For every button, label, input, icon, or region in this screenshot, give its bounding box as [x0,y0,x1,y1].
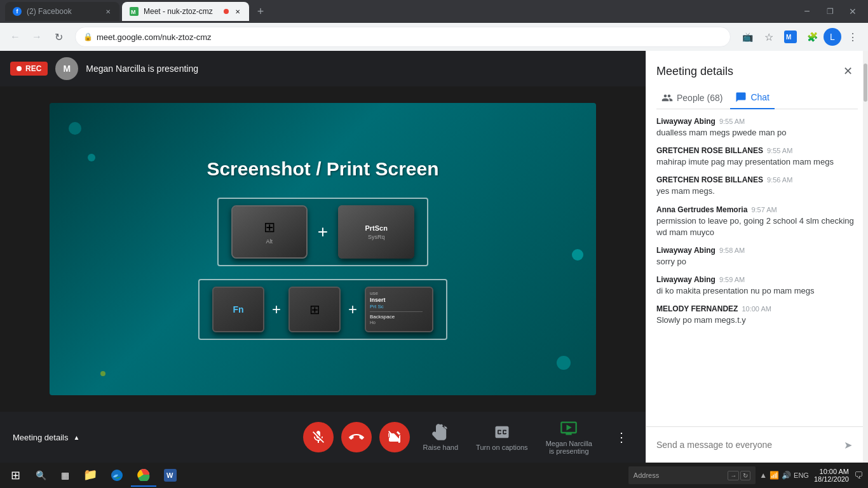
bookmark-button[interactable]: ☆ [759,27,779,47]
taskbar-address-input[interactable] [661,471,725,479]
send-button[interactable]: ➤ [837,435,858,455]
search-button[interactable]: 🔍 [29,464,52,487]
prtscn-key: PrtScn SysRq [338,205,414,259]
scrollbar[interactable] [863,51,868,463]
more-options-button[interactable]: ⋮ [610,424,633,450]
msg-sender: Liwayway Abing [656,246,715,255]
close-chat-button[interactable]: ✕ [837,61,858,81]
captions-label: Turn on captions [476,444,528,451]
list-item: GRETCHEN ROSE BILLANES 9:56 AM yes mam m… [656,175,858,197]
tab-people[interactable]: People (68) [656,86,728,109]
clock-time: 10:00 AM [820,468,849,475]
forward-button[interactable]: → [27,27,47,47]
start-button[interactable]: ⊞ [3,464,28,487]
chrome-icon [137,468,150,481]
list-item: Liwayway Abing 9:59 AM di ko makita pres… [656,275,858,297]
refresh-button[interactable]: ↻ [48,27,69,47]
word-icon: W [164,469,177,482]
meet-tab-close[interactable]: ✕ [234,7,241,17]
end-call-icon [349,430,364,445]
meet-video-area: REC M Megan Narcilla is presenting Scree… [0,51,646,463]
tab-meet[interactable]: M Meet - nuk-ztoz-cmz ✕ [122,2,249,21]
msg-sender: GRETCHEN ROSE BILLANES [656,175,763,184]
facebook-favicon: f [13,7,22,16]
video-off-button[interactable] [379,422,410,452]
msg-text: di ko makita presentation nu po mam megs [656,285,858,297]
rec-label: REC [25,64,41,73]
key-combo-2: Fn + ⊞ + use Insert Prt Sc Backspace [198,279,447,340]
msg-sender-row: Liwayway Abing 9:59 AM [656,275,858,284]
msg-time: 9:59 AM [719,276,745,283]
taskbar-clock[interactable]: 10:00 AM 18/12/2020 [811,468,851,483]
end-call-button[interactable] [341,422,372,452]
extensions-button[interactable]: 🧩 [802,27,822,47]
presenting-button[interactable]: Megan Narcillais presenting [541,419,597,455]
video-off-icon [387,430,402,445]
up-arrow-icon[interactable]: ▲ [759,471,767,480]
task-view-button[interactable]: ▦ [53,464,76,487]
slide: Screenshot / Print Screen ⊞ Alt + PrtScn [50,103,596,395]
meeting-details-toggle[interactable]: Meeting details ▲ [13,433,79,442]
msg-text: yes mam megs. [656,186,858,197]
msg-sender: GRETCHEN ROSE BILLANES [656,146,763,155]
msg-sender-row: GRETCHEN ROSE BILLANES 9:56 AM [656,175,858,184]
meet-footer: Meeting details ▲ Raise hand [0,412,646,463]
msg-text: permission to leave po, going 2 school 4… [656,215,858,238]
slide-title: Screenshot / Print Screen [207,158,438,180]
taskbar-app-edge[interactable] [104,464,130,487]
address-bar[interactable]: 🔒 meet.google.com/nuk-ztoz-cmz [75,27,731,47]
profile-button[interactable]: L [824,28,841,46]
address-go-button[interactable]: → [728,471,739,480]
close-window-button[interactable]: ✕ [843,1,863,22]
new-tab-button[interactable]: + [252,3,269,20]
facebook-tab-close[interactable]: ✕ [104,7,112,17]
scrollbar-thumb[interactable] [864,64,867,102]
minimize-button[interactable]: − [797,1,817,22]
captions-button[interactable]: Turn on captions [471,423,533,451]
meeting-details-label: Meeting details [13,433,68,442]
presentation-area: Screenshot / Print Screen ⊞ Alt + PrtScn [0,86,646,412]
edge-icon [111,469,123,482]
meet-favicon: M [130,7,139,16]
tab-facebook[interactable]: f (2) Facebook ✕ [5,2,119,21]
network-icon[interactable]: 📶 [770,471,779,480]
msg-sender-row: MELODY FERNANDEZ 10:00 AM [656,304,858,313]
presenting-label: Megan Narcillais presenting [546,440,592,455]
restore-button[interactable]: ❐ [820,1,840,22]
msg-time: 9:55 AM [719,118,745,125]
address-label: Address [634,471,659,479]
msg-time: 9:58 AM [719,247,745,254]
rec-dot [17,66,22,71]
system-tray: ▲ 📶 🔊 ENG 10:00 AM 18/12/2020 🗨 [757,468,865,483]
msg-time: 9:57 AM [751,206,776,214]
tab-chat[interactable]: Chat [730,86,775,109]
notification-button[interactable]: 🗨 [854,470,863,480]
people-icon [661,92,673,104]
taskbar-app-explorer[interactable]: 📁 [78,464,103,487]
chevron-up-icon: ▲ [73,434,79,441]
menu-button[interactable]: ⋮ [843,27,863,47]
chat-input[interactable] [656,440,832,450]
taskbar-address-area: Address → ↻ [628,466,756,484]
msg-sender-row: Liwayway Abing 9:58 AM [656,246,858,255]
browser-controls: ← → ↻ 🔒 meet.google.com/nuk-ztoz-cmz 📺 ☆… [0,23,868,51]
volume-icon[interactable]: 🔊 [782,471,791,480]
raise-hand-button[interactable]: Raise hand [417,423,463,451]
google-meet-ext[interactable]: M [780,27,801,47]
meet-tab-recording [224,9,229,14]
msg-sender-row: Liwayway Abing 9:55 AM [656,117,858,126]
address-text: meet.google.com/nuk-ztoz-cmz [97,32,722,42]
address-refresh-button[interactable]: ↻ [740,471,750,480]
rec-badge: REC [10,62,48,76]
mute-button[interactable] [303,422,334,452]
taskbar-app-word[interactable]: W [158,464,183,487]
svg-text:M: M [786,34,791,41]
plus-2: + [272,301,281,318]
back-button[interactable]: ← [5,27,25,47]
taskbar-app-chrome[interactable] [131,464,156,487]
win-key: ⊞ Alt [231,205,308,259]
fn-key: Fn [212,287,264,332]
tab-bar: f (2) Facebook ✕ M Meet - nuk-ztoz-cmz ✕… [0,0,868,23]
cast-button[interactable]: 📺 [737,27,757,47]
chat-messages: Liwayway Abing 9:55 AM dualless mam megs… [646,109,868,426]
